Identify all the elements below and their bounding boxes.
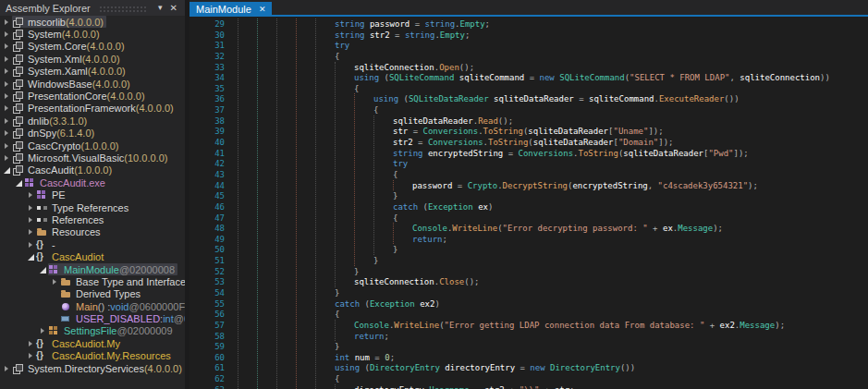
tree-item-presentationframework[interactable]: PresentationFramework (4.0.0.0): [0, 103, 185, 115]
tree-item-system-xml[interactable]: System.Xml (4.0.0.0): [0, 53, 185, 65]
tree-item-settingsfile[interactable]: SettingsFile @02000009: [0, 325, 185, 337]
code-line-63[interactable]: directoryEntry.Username = str2 + "\\" + …: [189, 384, 575, 389]
code-line-45[interactable]: }: [189, 190, 397, 201]
expander-icon[interactable]: [3, 41, 12, 52]
code-line-60[interactable]: int num = 0;: [189, 352, 395, 363]
code-line-33[interactable]: sqliteConnection.Open();: [189, 62, 474, 73]
code-line-38[interactable]: sqliteDataReader.Read();: [189, 115, 513, 127]
code-line-30[interactable]: string str2 = string.Empty;: [189, 30, 470, 41]
code-line-46[interactable]: catch (Exception ex): [189, 201, 493, 213]
code-line-56[interactable]: {: [189, 309, 339, 320]
code-line-43[interactable]: {: [189, 169, 397, 180]
tree-item-ns-cascaudiot-my[interactable]: CascAudiot.My: [0, 337, 185, 349]
code-line-57[interactable]: Console.WriteLine("Error getting LDAP co…: [189, 320, 785, 331]
code-line-42[interactable]: try: [189, 158, 408, 169]
code-token: ToString: [579, 149, 618, 158]
expander-icon[interactable]: [27, 239, 36, 250]
expander-icon[interactable]: [3, 115, 12, 127]
expander-icon[interactable]: [15, 177, 24, 188]
tree-item-microsoft-visualbasic[interactable]: Microsoft.VisualBasic (10.0.0.0): [0, 152, 185, 164]
code-line-31[interactable]: try: [189, 40, 349, 51]
code-line-39[interactable]: str = Conversions.ToString(sqliteDataRea…: [189, 126, 664, 137]
code-line-29[interactable]: string password = string.Empty;: [189, 18, 490, 30]
code-line-48[interactable]: Console.WriteLine("Error decrypting pass…: [189, 223, 723, 234]
tree-item-casccrypto[interactable]: CascCrypto (1.0.0.0): [0, 140, 185, 152]
tree-item-cascaudit[interactable]: CascAudit (1.0.0.0): [0, 164, 185, 176]
code-editor[interactable]: 2930313233343536373839404142434445464748…: [189, 17, 868, 389]
tree-item-ns-cascaudiot-my-resources[interactable]: CascAudiot.My.Resources: [0, 350, 185, 362]
tree-item-ns-cascaudiot[interactable]: CascAudiot: [0, 250, 185, 262]
expander-icon[interactable]: [27, 214, 36, 225]
tree-item-presentationcore[interactable]: PresentationCore (4.0.0.0): [0, 90, 185, 102]
expander-icon[interactable]: [3, 79, 12, 90]
expander-icon[interactable]: [3, 363, 12, 374]
tab-mainmodule[interactable]: MainModule ✕: [189, 2, 272, 17]
tree-item-pe[interactable]: PE: [0, 188, 185, 201]
tree-item-mscorlib[interactable]: mscorlib (4.0.0.0): [0, 16, 185, 28]
expander-icon[interactable]: [3, 103, 12, 114]
expander-icon[interactable]: [39, 325, 48, 336]
expander-icon[interactable]: [3, 140, 12, 152]
code-token: "Uname": [613, 127, 648, 136]
code-line-36[interactable]: using (SQLiteDataReader sqliteDataReader…: [189, 93, 740, 104]
expander-icon[interactable]: [3, 66, 12, 77]
code-line-37[interactable]: {: [189, 104, 378, 115]
code-line-51[interactable]: }: [189, 255, 378, 266]
tree-item-main-method[interactable]: Main() : void @0600000F: [0, 300, 185, 312]
tree-item-base-type-and-interfaces[interactable]: Base Type and Interfaces: [0, 275, 185, 287]
tree-item-system[interactable]: System (4.0.0.0): [0, 28, 185, 40]
tree-item-system-directoryservices[interactable]: System.DirectoryServices (4.0.0.0): [0, 362, 185, 374]
code-line-49[interactable]: return;: [189, 234, 447, 245]
tree-item-resources[interactable]: Resources: [0, 226, 185, 238]
expander-icon[interactable]: [3, 17, 12, 28]
code-line-44[interactable]: password = Crypto.DecryptString(encrypte…: [189, 180, 758, 191]
expander-icon[interactable]: [27, 251, 36, 262]
code-line-35[interactable]: {: [189, 83, 359, 94]
tree-item-type-references[interactable]: Type References: [0, 201, 185, 213]
tree-item-label: @02000009: [116, 325, 172, 336]
expander-icon[interactable]: [3, 152, 12, 164]
code-line-53[interactable]: sqliteConnection.Close();: [189, 276, 479, 287]
expander-icon[interactable]: [3, 29, 12, 40]
code-line-59[interactable]: }: [189, 341, 339, 352]
code-line-55[interactable]: catch (Exception ex2): [189, 298, 440, 310]
expander-icon[interactable]: [27, 202, 36, 213]
tree-item-derived-types[interactable]: Derived Types: [0, 288, 185, 300]
code-line-50[interactable]: }: [189, 244, 397, 255]
code-token: using: [335, 363, 360, 372]
tree-item-system-xaml[interactable]: System.Xaml (4.0.0.0): [0, 66, 185, 78]
tree-item-cascaudit-exe[interactable]: CascAudit.exe: [0, 176, 185, 188]
code-line-52[interactable]: }: [189, 266, 359, 277]
tree-item-references[interactable]: References: [0, 213, 185, 225]
expander-icon[interactable]: [27, 338, 36, 349]
tree-item-dnlib[interactable]: dnlib (3.3.1.0): [0, 115, 185, 127]
expander-icon[interactable]: [39, 264, 48, 275]
tree-item-user-disabled-field[interactable]: USER_DISABLED : int @04: [0, 312, 185, 324]
expander-icon[interactable]: [3, 164, 12, 176]
expander-icon[interactable]: [27, 350, 36, 361]
expander-icon[interactable]: [27, 189, 36, 201]
expander-icon[interactable]: [3, 91, 12, 102]
code-line-32[interactable]: {: [189, 51, 339, 62]
code-line-41[interactable]: string encryptedString = Conversions.ToS…: [189, 148, 749, 159]
tree-item-system-core[interactable]: System.Core (4.0.0.0): [0, 41, 185, 53]
panel-close-icon[interactable]: ✕: [166, 0, 181, 16]
tree-item-dnspy[interactable]: dnSpy (6.1.4.0): [0, 128, 185, 140]
expander-icon[interactable]: [3, 128, 12, 139]
expander-icon[interactable]: [3, 54, 12, 65]
tree-item-mainmodule[interactable]: MainModule @02000008: [0, 263, 185, 275]
code-token: (: [418, 202, 428, 212]
code-line-61[interactable]: using (DirectoryEntry directoryEntry = n…: [189, 362, 635, 373]
expander-icon[interactable]: [27, 226, 36, 237]
code-line-62[interactable]: {: [189, 373, 339, 384]
tree-item-windowsbase[interactable]: WindowsBase (4.0.0.0): [0, 78, 185, 90]
code-line-58[interactable]: return;: [189, 331, 389, 342]
tab-close-icon[interactable]: ✕: [259, 5, 266, 14]
code-line-40[interactable]: str2 = Conversions.ToString(sqliteDataRe…: [189, 137, 674, 148]
expander-icon[interactable]: [51, 276, 60, 287]
code-line-34[interactable]: using (SQLiteCommand sqliteCommand = new…: [189, 72, 830, 83]
tree-item-empty-namespace[interactable]: -: [0, 238, 185, 250]
code-line-54[interactable]: }: [189, 287, 339, 298]
code-line-47[interactable]: {: [189, 213, 397, 224]
chevron-down-icon[interactable]: ▾: [154, 0, 166, 16]
